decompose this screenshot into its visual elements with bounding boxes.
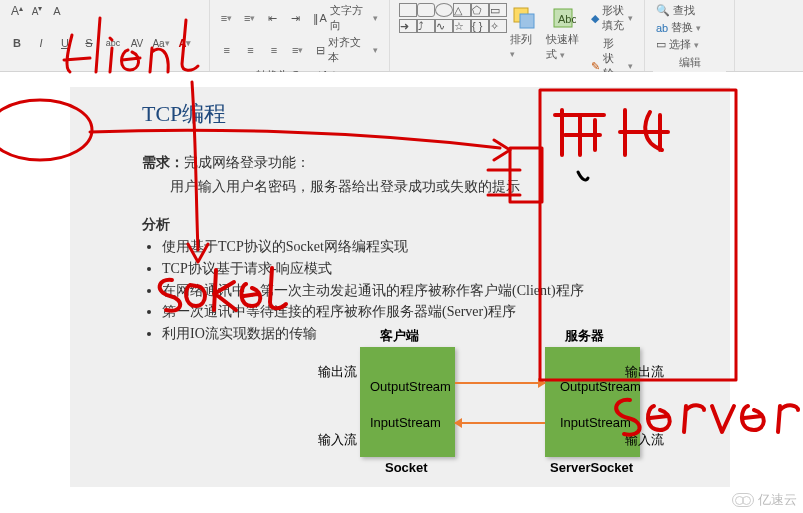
input-label-right: 输入流 (625, 431, 664, 449)
align-right-icon[interactable]: ≡ (265, 41, 283, 59)
bullet-item: 在网络通讯中，第一次主动发起通讯的程序被称作客户端(Client)程序 (162, 280, 702, 302)
strike-button[interactable]: S (80, 34, 98, 52)
req-text: 完成网络登录功能： (184, 154, 310, 170)
indent-right-icon[interactable]: ⇥ (287, 9, 304, 27)
spacing-button[interactable]: AV (128, 34, 146, 52)
ribbon: A▴ A▾ A B I U S abc AV Aa A ≡ ≡ ⇤ ⇥ ‖A文字… (0, 0, 803, 72)
slide-title: TCP编程 (142, 99, 702, 129)
output-label-left: 输出流 (318, 363, 357, 381)
watermark-text: 亿速云 (758, 491, 797, 509)
bullet-item: 使用基于TCP协议的Socket网络编程实现 (162, 236, 702, 258)
client-box (360, 347, 455, 457)
line-spacing-icon[interactable]: ≡ (289, 41, 307, 59)
shape-fill-button[interactable]: ◆形状填充 (588, 2, 636, 34)
font-group: A▴ A▾ A B I U S abc AV Aa A (0, 0, 210, 71)
svg-rect-1 (520, 14, 534, 28)
arrow-in (455, 422, 545, 424)
slide-stage: TCP编程 需求：完成网络登录功能： 用户输入用户名密码，服务器给出登录成功或失… (0, 72, 803, 513)
watermark-icon (732, 493, 754, 507)
req-detail: 用户输入用户名密码，服务器给出登录成功或失败的提示 (170, 175, 520, 199)
inputstream-left: InputStream (370, 415, 441, 430)
svg-text:Abc: Abc (558, 13, 576, 25)
select-button[interactable]: ▭选择 (653, 36, 726, 53)
shadow-button[interactable]: abc (104, 34, 122, 52)
outputstream-right: OutputStream (560, 379, 641, 394)
italic-button[interactable]: I (32, 34, 50, 52)
numbering-icon[interactable]: ≡ (241, 9, 258, 27)
quick-styles-button[interactable]: Abc 快速样式 (542, 2, 584, 71)
font-group-label (8, 66, 201, 71)
arrange-icon (510, 4, 538, 32)
text-direction-button[interactable]: ‖A文字方向 (310, 2, 381, 34)
bullet-item: 第一次通讯中等待连接的程序被称作服务器端(Server)程序 (162, 301, 702, 323)
inputstream-right: InputStream (560, 415, 631, 430)
shapes-gallery[interactable]: △ ⬠ ▭ ➜ ⤴ ∿ ☆ { } ✧ (398, 2, 506, 34)
socket-label: Socket (385, 460, 428, 475)
align-center-icon[interactable]: ≡ (242, 41, 260, 59)
find-icon: 🔍 (656, 4, 670, 17)
font-color-button[interactable]: A (176, 34, 194, 52)
req-label: 需求： (142, 154, 184, 170)
replace-icon: ab (656, 22, 668, 34)
bold-button[interactable]: B (8, 34, 26, 52)
bullets-icon[interactable]: ≡ (218, 9, 235, 27)
client-title: 客户端 (380, 327, 419, 345)
server-title: 服务器 (565, 327, 604, 345)
change-case-button[interactable]: Aa (152, 34, 170, 52)
socket-diagram: 客户端 服务器 输出流 OutputStream 输出流 OutputStrea… (230, 327, 690, 477)
analysis-label: 分析 (142, 213, 702, 237)
bullet-item: TCP协议基于请求-响应模式 (162, 258, 702, 280)
paragraph-group: ≡ ≡ ⇤ ⇥ ‖A文字方向 ≡ ≡ ≡ ≡ ⊟对齐文本 ▤ ▣转换为 Smar… (210, 0, 390, 71)
requirement-block: 需求：完成网络登录功能： 用户输入用户名密码，服务器给出登录成功或失败的提示 (142, 151, 702, 199)
select-icon: ▭ (656, 38, 666, 51)
font-shrink-icon[interactable]: A▾ (28, 2, 46, 20)
editing-group-label: 编辑 (653, 53, 726, 73)
slide[interactable]: TCP编程 需求：完成网络登录功能： 用户输入用户名密码，服务器给出登录成功或失… (70, 87, 730, 487)
find-button[interactable]: 🔍查找 (653, 2, 726, 19)
pencil-icon: ✎ (591, 60, 600, 73)
drawing-group: △ ⬠ ▭ ➜ ⤴ ∿ ☆ { } ✧ 绘图 排列 Abc 快速样式 ◆形状填充… (390, 0, 645, 71)
replace-button[interactable]: ab替换 (653, 19, 726, 36)
align-left-icon[interactable]: ≡ (218, 41, 236, 59)
input-label-left: 输入流 (318, 431, 357, 449)
quick-styles-icon: Abc (549, 4, 577, 32)
arrow-out (455, 382, 545, 384)
outputstream-left: OutputStream (370, 379, 451, 394)
watermark: 亿速云 (732, 491, 797, 509)
align-text-button[interactable]: ⊟对齐文本 (313, 34, 382, 66)
underline-button[interactable]: U (56, 34, 74, 52)
bucket-icon: ◆ (591, 12, 599, 25)
server-socket-label: ServerSocket (550, 460, 633, 475)
indent-left-icon[interactable]: ⇤ (264, 9, 281, 27)
font-grow-icon[interactable]: A▴ (8, 2, 26, 20)
arrange-button[interactable]: 排列 (506, 2, 542, 71)
editing-group: 🔍查找 ab替换 ▭选择 编辑 (645, 0, 735, 71)
clear-format-icon[interactable]: A (48, 2, 66, 20)
